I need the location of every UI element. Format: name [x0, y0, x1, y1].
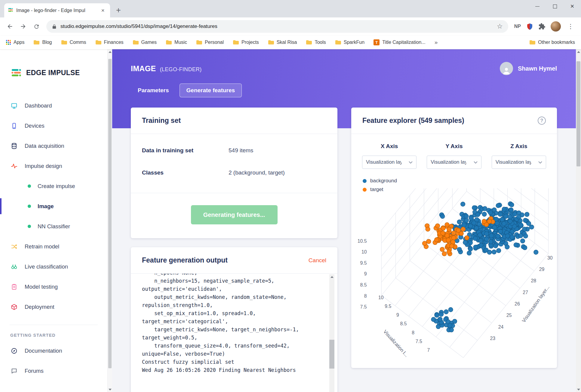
- axis-selectors: X Axis Visualization layer Y Axis Visual…: [351, 134, 557, 169]
- svg-text:7: 7: [427, 348, 430, 353]
- extension-np-badge[interactable]: NP: [512, 24, 523, 29]
- bookmark-folder-games[interactable]: Games: [133, 40, 157, 45]
- bookmark-folder-finances[interactable]: Finances: [95, 40, 124, 45]
- close-icon: ×: [570, 3, 574, 10]
- user-menu[interactable]: Shawn Hymel: [500, 62, 557, 75]
- browser-tab[interactable]: Image - lego-finder - Edge Impul ×: [4, 3, 110, 17]
- svg-text:23: 23: [490, 336, 495, 341]
- sidebar-item-data-acquisition[interactable]: Data acquisition: [0, 136, 107, 156]
- bookmark-folder-music[interactable]: Music: [166, 40, 187, 45]
- bookmark-folder-skal-risa[interactable]: Skal Risa: [268, 40, 297, 45]
- tab-generate-features[interactable]: Generate features: [180, 84, 242, 97]
- z-axis-select[interactable]: Visualization layer: [492, 156, 546, 169]
- scroll-down-arrow-icon[interactable]: [108, 387, 112, 392]
- svg-text:27: 27: [523, 290, 528, 295]
- legend-item-background[interactable]: background: [363, 178, 557, 184]
- browser-menu-icon[interactable]: ⋮: [564, 23, 577, 30]
- tab-parameters[interactable]: Parameters: [131, 84, 176, 97]
- svg-text:7.5: 7.5: [360, 304, 367, 309]
- generating-features-button[interactable]: Generating features...: [191, 205, 278, 224]
- scrollbar-thumb[interactable]: [108, 59, 112, 368]
- bookmark-label: Finances: [104, 40, 124, 45]
- scatter-plot-3d[interactable]: 10.5109.598.587.5109.598.587.57302928272…: [351, 188, 557, 368]
- edge-impulse-logo-icon: [10, 67, 22, 78]
- url-text[interactable]: studio.edgeimpulse.com/studio/5941/dsp/i…: [60, 23, 493, 29]
- bookmark-folder-personal[interactable]: Personal: [196, 40, 224, 45]
- sidebar-item-nn-classifier[interactable]: NN Classifier: [0, 216, 107, 236]
- reload-button[interactable]: [30, 20, 43, 33]
- y-axis-select[interactable]: Visualization layer: [427, 156, 481, 169]
- omnibox[interactable]: studio.edgeimpulse.com/studio/5941/dsp/i…: [46, 20, 508, 33]
- bookmark-folder-comms[interactable]: Comms: [61, 40, 86, 45]
- person-icon: [502, 66, 511, 75]
- pulse-waveform-icon: [10, 163, 18, 169]
- console-line: unique=False, verbose=True): [142, 350, 316, 358]
- scroll-up-arrow-icon[interactable]: [576, 49, 581, 54]
- sidebar-item-create-impulse[interactable]: Create impulse: [0, 176, 107, 196]
- sidebar-item-deployment[interactable]: Deployment: [0, 297, 107, 317]
- reload-icon: [33, 23, 40, 30]
- extension-shield-icon[interactable]: [524, 23, 536, 30]
- edge-impulse-logo[interactable]: EDGE IMPULSE: [0, 49, 107, 78]
- forward-button[interactable]: [17, 20, 29, 33]
- sidebar-scrollbar[interactable]: [107, 49, 112, 392]
- window-maximize-button[interactable]: [546, 0, 564, 13]
- sidebar-item-label: Model testing: [25, 284, 58, 290]
- sidebar-item-forums[interactable]: Forums: [0, 361, 107, 381]
- user-name: Shawn Hymel: [518, 65, 557, 72]
- sidebar-item-retrain-model[interactable]: Retrain model: [0, 236, 107, 257]
- scroll-up-arrow-icon[interactable]: [108, 49, 112, 54]
- bookmark-title-capitalization[interactable]: T Title Capitalization...: [374, 39, 425, 45]
- select-value: Visualization layer: [496, 159, 531, 165]
- plot-legend[interactable]: background target: [363, 178, 557, 193]
- legend-item-target[interactable]: target: [363, 187, 557, 193]
- sidebar-item-devices[interactable]: Devices: [0, 116, 107, 136]
- bookmark-folder-blog[interactable]: Blog: [33, 40, 52, 45]
- window-minimize-button[interactable]: [529, 0, 546, 13]
- tab-close-icon[interactable]: ×: [99, 7, 106, 14]
- bookmark-folder-sparkfun[interactable]: SparkFun: [335, 40, 364, 45]
- sidebar-item-live-classification[interactable]: Live classification: [0, 257, 107, 277]
- folder-icon: [133, 40, 139, 45]
- scrollbar-thumb[interactable]: [576, 61, 580, 166]
- browser-profile-avatar[interactable]: [551, 21, 561, 32]
- row-value: 549 items: [229, 147, 253, 154]
- bookmark-folder-tools[interactable]: Tools: [306, 40, 326, 45]
- devices-phone-icon: [10, 123, 18, 129]
- bookmark-folder-projects[interactable]: Projects: [233, 40, 259, 45]
- folder-icon: [335, 40, 341, 45]
- scroll-up-arrow-icon[interactable]: [329, 274, 334, 279]
- training-set-card: Training set Data in training set 549 it…: [131, 108, 337, 238]
- user-avatar[interactable]: [500, 62, 513, 75]
- window-close-button[interactable]: ×: [564, 0, 581, 13]
- console-scrollbar[interactable]: [329, 274, 334, 392]
- app-window: EDGE IMPULSE Dashboard Devices Data acqu…: [0, 49, 581, 392]
- scroll-down-arrow-icon[interactable]: [576, 387, 581, 392]
- console-output[interactable]: n_epochs=None, n_neighbors=15, negative_…: [131, 274, 337, 392]
- console-line: n_epochs=None,: [142, 274, 316, 277]
- help-icon[interactable]: ?: [538, 117, 546, 125]
- sidebar-item-label: Retrain model: [25, 243, 59, 250]
- sidebar-item-documentation[interactable]: Documentation: [0, 341, 107, 361]
- back-button[interactable]: [4, 20, 16, 33]
- sidebar-item-impulse-design[interactable]: Impulse design: [0, 156, 107, 176]
- bookmark-star-icon[interactable]: ☆: [497, 23, 503, 30]
- page-scrollbar[interactable]: [576, 49, 581, 392]
- bookmark-apps[interactable]: Apps: [6, 40, 24, 45]
- sidebar-item-dashboard[interactable]: Dashboard: [0, 96, 107, 116]
- right-column: Feature explorer (549 samples) ? X Axis …: [351, 108, 557, 368]
- extensions-puzzle-icon[interactable]: [536, 23, 548, 30]
- sidebar-item-model-testing[interactable]: Model testing: [0, 277, 107, 297]
- scrollbar-thumb[interactable]: [329, 340, 334, 369]
- database-icon: [10, 143, 18, 149]
- clipboard-icon: [10, 284, 18, 290]
- new-tab-button[interactable]: +: [113, 5, 124, 16]
- tab-title: Image - lego-finder - Edge Impul: [16, 8, 96, 13]
- sidebar-item-image[interactable]: Image: [0, 196, 107, 216]
- cancel-link[interactable]: Cancel: [309, 257, 326, 264]
- feature-plot-svg[interactable]: 10.5109.598.587.5109.598.587.57302928272…: [351, 188, 557, 368]
- minimize-icon: [535, 6, 540, 7]
- other-bookmarks[interactable]: Other bookmarks: [529, 40, 575, 45]
- x-axis-select[interactable]: Visualization layer: [362, 156, 417, 169]
- bookmarks-overflow-icon[interactable]: »: [435, 39, 438, 46]
